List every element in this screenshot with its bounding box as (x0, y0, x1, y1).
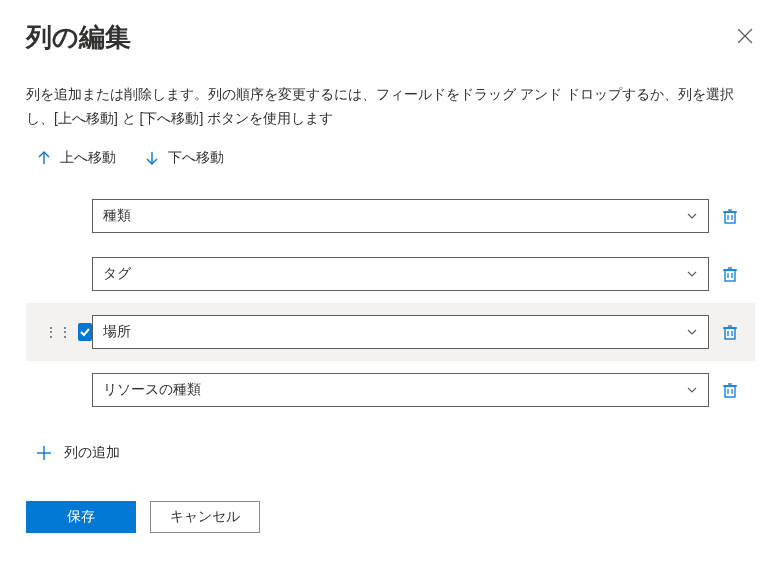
add-column-button[interactable]: 列の追加 (26, 429, 755, 477)
check-icon (79, 326, 91, 338)
move-up-button[interactable]: 上へ移動 (36, 149, 116, 167)
column-select[interactable]: タグ (92, 257, 709, 291)
panel-description: 列を追加または削除します。列の順序を変更するには、フィールドをドラッグ アンド … (26, 83, 755, 131)
column-select-value: タグ (103, 265, 131, 283)
delete-column-button[interactable] (719, 263, 741, 285)
row-checkbox[interactable] (78, 323, 92, 341)
delete-column-button[interactable] (719, 205, 741, 227)
cancel-button-label: キャンセル (170, 508, 240, 526)
plus-icon (36, 445, 52, 461)
trash-icon (721, 381, 739, 399)
column-select[interactable]: 場所 (92, 315, 709, 349)
column-row[interactable]: 種類 (26, 187, 755, 245)
column-row[interactable]: タグ (26, 245, 755, 303)
svg-rect-14 (725, 328, 735, 339)
column-row[interactable]: ⋮⋮ 場所 (26, 303, 755, 361)
cancel-button[interactable]: キャンセル (150, 501, 260, 533)
column-select[interactable]: リソースの種類 (92, 373, 709, 407)
panel-title: 列の編集 (26, 20, 131, 55)
svg-rect-9 (725, 270, 735, 281)
chevron-down-icon (686, 268, 698, 280)
svg-rect-4 (725, 212, 735, 223)
trash-icon (721, 265, 739, 283)
save-button-label: 保存 (67, 508, 95, 526)
move-up-label: 上へ移動 (60, 149, 116, 167)
arrow-up-icon (36, 150, 52, 166)
move-down-label: 下へ移動 (168, 149, 224, 167)
trash-icon (721, 207, 739, 225)
columns-list: 種類 タグ (26, 187, 755, 419)
column-select-value: リソースの種類 (103, 381, 201, 399)
delete-column-button[interactable] (719, 321, 741, 343)
column-row[interactable]: リソースの種類 (26, 361, 755, 419)
column-select[interactable]: 種類 (92, 199, 709, 233)
save-button[interactable]: 保存 (26, 501, 136, 533)
add-column-label: 列の追加 (64, 444, 120, 462)
close-button[interactable] (735, 26, 755, 46)
chevron-down-icon (686, 210, 698, 222)
svg-rect-19 (725, 386, 735, 397)
column-select-value: 場所 (103, 323, 131, 341)
close-icon (737, 28, 753, 44)
arrow-down-icon (144, 150, 160, 166)
trash-icon (721, 323, 739, 341)
chevron-down-icon (686, 384, 698, 396)
drag-handle-icon[interactable]: ⋮⋮ (44, 325, 72, 339)
chevron-down-icon (686, 326, 698, 338)
delete-column-button[interactable] (719, 379, 741, 401)
column-select-value: 種類 (103, 207, 131, 225)
move-down-button[interactable]: 下へ移動 (144, 149, 224, 167)
